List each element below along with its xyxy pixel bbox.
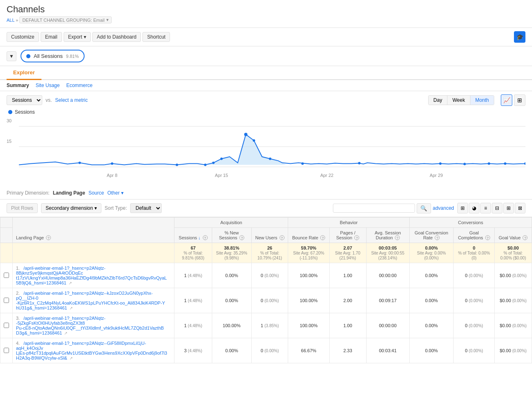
- search-button[interactable]: 🔍: [417, 203, 431, 213]
- goal-value-help[interactable]: ?: [523, 235, 527, 240]
- th-goal-completions[interactable]: Goal Completions ?: [454, 228, 495, 243]
- row3-page-link[interactable]: /april-webinar-email-1?_hsenc=p2ANqtz--5…: [16, 316, 164, 335]
- row4-ext-icon[interactable]: ↗: [69, 356, 73, 360]
- th-pct-new-sessions[interactable]: % New Sessions ?: [212, 228, 251, 243]
- bounce-rate-help[interactable]: ?: [320, 235, 325, 240]
- dimension-other-dropdown[interactable]: Other ▾: [107, 190, 123, 196]
- view-custom-button[interactable]: ⊠: [515, 203, 525, 213]
- row2-checkbox[interactable]: [0, 288, 13, 313]
- svg-point-22: [504, 163, 507, 165]
- th-bounce-rate[interactable]: Bounce Rate ?: [288, 228, 329, 243]
- row2-goal-value: $0.00 (0.00%): [495, 288, 532, 313]
- row3-pct-new: 100.00%: [212, 313, 251, 338]
- th-pages-session[interactable]: Pages / Session ?: [329, 228, 366, 243]
- goal-comp-help[interactable]: ?: [485, 235, 490, 240]
- sub-tab-bar: Summary Site Usage Ecommerce: [0, 80, 532, 91]
- row4-checkbox-input[interactable]: [4, 348, 9, 353]
- row4-goal-comp: 0 (0.00%): [454, 338, 495, 363]
- period-week-button[interactable]: Week: [447, 96, 470, 105]
- plot-rows-button[interactable]: Plot Rows: [7, 203, 38, 213]
- pages-session-help[interactable]: ?: [354, 235, 359, 240]
- secondary-dimension-button[interactable]: Secondary dimension ▾: [41, 203, 101, 213]
- row3-checkbox-input[interactable]: [4, 323, 9, 328]
- row4-page-link[interactable]: /april-webinar-email-1?_hsenc=p2ANqtz--G…: [16, 341, 167, 360]
- sub-tab-ecommerce[interactable]: Ecommerce: [66, 83, 92, 88]
- breadcrumb: ALL » DEFAULT CHANNEL GROUPING: Email ▾: [7, 16, 525, 23]
- sort-type-selector[interactable]: Default: [130, 203, 162, 213]
- row3-ext-icon[interactable]: ↗: [64, 331, 67, 335]
- select-metric-link[interactable]: Select a metric: [55, 97, 87, 103]
- period-buttons: Day Week Month: [428, 95, 494, 105]
- data-table: Landing Page ? Acquisition Behavior Conv…: [0, 217, 532, 363]
- row2-page-link[interactable]: /april-webinar-email-1?_hsenc=p2ANqtz--k…: [16, 291, 165, 310]
- metric-selector[interactable]: Sessions: [7, 95, 42, 105]
- row1-checkbox-input[interactable]: [4, 273, 9, 278]
- collapse-button[interactable]: ▼: [7, 51, 16, 61]
- row1-ext-icon[interactable]: ↗: [69, 281, 72, 285]
- period-day-button[interactable]: Day: [429, 96, 447, 105]
- table-row: 1. /april-webinar-email-1?_hsenc=p2ANqtz…: [0, 263, 532, 288]
- chart-controls: Sessions vs. Select a metric Day Week Mo…: [0, 91, 532, 109]
- row2-checkbox-input[interactable]: [4, 298, 9, 303]
- row2-ext-icon[interactable]: ↗: [69, 306, 73, 310]
- export-button[interactable]: Export: [64, 32, 91, 42]
- sub-tab-site-usage[interactable]: Site Usage: [36, 83, 60, 88]
- breadcrumb-all-link[interactable]: ALL: [7, 18, 14, 23]
- th-goal-conversion-rate[interactable]: Goal Conversion Rate ?: [409, 228, 454, 243]
- sessions-help[interactable]: ?: [203, 235, 208, 240]
- row2-new-users: 0 (0.00%): [251, 288, 288, 313]
- line-chart-button[interactable]: 📈: [501, 94, 512, 106]
- avg-session-help[interactable]: ?: [395, 235, 400, 240]
- channel-group-arrow[interactable]: ▾: [106, 17, 109, 23]
- th-new-users[interactable]: New Users ?: [251, 228, 288, 243]
- view-pivot-button[interactable]: ⊞: [503, 203, 514, 213]
- row1-page-link[interactable]: /april-webinar-email-1?_hsenc=p2ANqtz-8B…: [16, 266, 167, 285]
- period-month-button[interactable]: Month: [470, 96, 494, 105]
- th-sessions[interactable]: Sessions ↓ ?: [174, 228, 212, 243]
- th-avg-session-duration[interactable]: Avg. Session Duration ?: [366, 228, 409, 243]
- row4-checkbox[interactable]: [0, 338, 13, 363]
- email-button[interactable]: Email: [41, 32, 62, 42]
- total-avg-session-value: 00:03:05: [379, 245, 397, 250]
- dimension-source[interactable]: Source: [88, 190, 104, 196]
- svg-point-14: [244, 133, 248, 136]
- row1-goal-value: $0.00 (0.00%): [495, 263, 532, 288]
- row3-checkbox[interactable]: [0, 313, 13, 338]
- th-goal-value[interactable]: Goal Value ?: [495, 228, 532, 243]
- total-pages-session-sub: Site Avg: 1.70 (21.94%): [335, 251, 360, 260]
- channel-group-text: DEFAULT CHANNEL GROUPING: Email: [22, 18, 104, 23]
- view-table-button[interactable]: ≡: [480, 203, 491, 213]
- bar-chart-button[interactable]: ⊞: [514, 94, 525, 106]
- view-data-button[interactable]: ⊞: [457, 203, 468, 213]
- vs-text: vs.: [46, 97, 52, 103]
- new-users-help[interactable]: ?: [280, 235, 284, 240]
- view-compare-button[interactable]: ⊟: [492, 203, 502, 213]
- advanced-link[interactable]: advanced: [433, 205, 454, 211]
- tab-explorer[interactable]: Explorer: [7, 66, 41, 80]
- row1-checkbox[interactable]: [0, 263, 13, 288]
- svg-text:Apr 22: Apr 22: [320, 173, 333, 178]
- shortcut-button[interactable]: Shortcut: [142, 32, 170, 42]
- customize-button[interactable]: Customize: [7, 32, 39, 42]
- row2-avg-session: 00:09:17: [366, 288, 409, 313]
- row3-sessions: 1 (4.48%): [174, 313, 212, 338]
- help-icon[interactable]: 🎓: [514, 31, 525, 43]
- row1-pct-new: 0.00%: [212, 263, 251, 288]
- breadcrumb-separator: »: [16, 18, 18, 23]
- total-goal-conv-sub: Site Avg: 0.00% (0.00%): [417, 251, 446, 260]
- sub-tab-summary[interactable]: Summary: [7, 83, 29, 88]
- search-input[interactable]: [333, 204, 415, 213]
- channel-group[interactable]: DEFAULT CHANNEL GROUPING: Email ▾: [19, 16, 111, 23]
- row2-pct-new: 0.00%: [212, 288, 251, 313]
- legend-label: Sessions: [15, 109, 35, 115]
- goal-conv-help[interactable]: ?: [435, 235, 440, 240]
- pct-new-help[interactable]: ?: [239, 235, 244, 240]
- total-sessions-value: 67: [190, 245, 195, 250]
- svg-point-8: [78, 162, 81, 164]
- segment-name: All Sessions: [34, 53, 63, 59]
- view-pie-button[interactable]: ◕: [469, 203, 479, 213]
- landing-page-help[interactable]: ?: [46, 235, 51, 240]
- total-goal-comp-value: 0: [473, 245, 475, 250]
- add-to-dashboard-button[interactable]: Add to Dashboard: [92, 32, 141, 42]
- dimension-landing-page[interactable]: Landing Page: [53, 190, 85, 196]
